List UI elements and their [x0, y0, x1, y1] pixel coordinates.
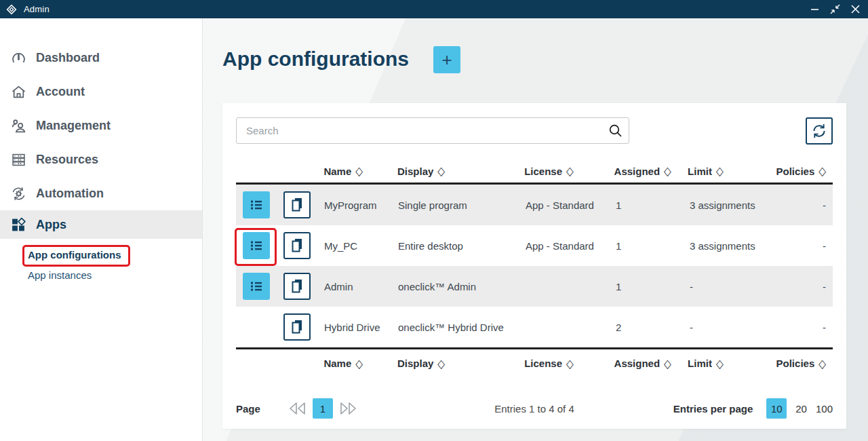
- table-header: Name◇ Display◇ License◇ Assigned◇ Limit◇…: [236, 159, 833, 185]
- page-size-option-20[interactable]: 20: [795, 403, 807, 415]
- sort-icon: ◇: [355, 357, 363, 370]
- table-row: Admin oneclick™ Admin 1 - -: [236, 266, 833, 307]
- sidebar-item-dashboard[interactable]: Dashboard: [0, 41, 202, 75]
- copy-icon: [290, 197, 304, 213]
- sort-icon: ◇: [566, 164, 574, 178]
- sort-icon: ◇: [437, 164, 445, 178]
- copy-icon: [290, 237, 304, 254]
- copy-icon: [290, 319, 304, 335]
- sidebar-item-label: Management: [36, 119, 111, 133]
- column-header-assigned[interactable]: Assigned◇: [614, 166, 688, 177]
- list-icon: [249, 279, 264, 294]
- row-detail-list-button[interactable]: [243, 191, 270, 218]
- column-header-limit[interactable]: Limit◇: [688, 358, 776, 369]
- app-configurations-card: Name◇ Display◇ License◇ Assigned◇ Limit◇…: [222, 103, 846, 429]
- home-icon: [9, 84, 27, 100]
- main-content: App configurations + N: [203, 18, 868, 441]
- column-header-name[interactable]: Name◇: [323, 166, 397, 177]
- window-title: Admin: [24, 4, 50, 14]
- pagination-bar: Page 1 Entries 1 to 4 of 4 Entries per p…: [236, 395, 833, 422]
- table-footer-header: Name◇ Display◇ License◇ Assigned◇ Limit◇…: [236, 347, 833, 377]
- sidebar-item-label: Automation: [36, 187, 104, 201]
- sort-icon: ◇: [566, 357, 574, 370]
- table-row: My_PC Entire desktop App - Standard 1 3 …: [236, 225, 833, 266]
- table-row: Hybrid Drive oneclick™ Hybrid Drive 2 - …: [236, 307, 833, 347]
- sidebar-item-automation[interactable]: Automation: [0, 176, 202, 210]
- server-icon: [9, 152, 27, 168]
- gauge-icon: [9, 50, 27, 66]
- copy-icon: [290, 278, 304, 294]
- add-app-configuration-button[interactable]: +: [433, 46, 460, 73]
- sidebar-item-resources[interactable]: Resources: [0, 142, 202, 176]
- sidebar-item-label: Resources: [36, 153, 98, 167]
- row-detail-list-button[interactable]: [243, 232, 270, 259]
- sort-icon: ◇: [818, 357, 826, 370]
- entries-per-page-group: Entries per page 10 20 100: [673, 398, 833, 419]
- restore-icon[interactable]: [827, 2, 842, 17]
- sort-icon: ◇: [716, 357, 724, 370]
- app-logo-icon: [6, 4, 17, 15]
- sort-icon: ◇: [818, 164, 826, 178]
- window-controls: [807, 2, 863, 17]
- column-header-policies[interactable]: Policies◇: [776, 166, 826, 177]
- page-size-option-10[interactable]: 10: [766, 398, 787, 419]
- row-copy-button[interactable]: [283, 191, 311, 218]
- sort-icon: ◇: [664, 164, 671, 178]
- page-next-button[interactable]: [338, 401, 357, 416]
- page-title: App configurations: [222, 47, 409, 71]
- sidebar-item-management[interactable]: Management: [0, 109, 202, 142]
- entries-summary: Entries 1 to 4 of 4: [494, 403, 574, 415]
- refresh-button[interactable]: [806, 117, 833, 145]
- minimize-icon[interactable]: [807, 2, 822, 17]
- column-header-limit[interactable]: Limit◇: [688, 166, 776, 177]
- column-header-display[interactable]: Display◇: [397, 358, 524, 369]
- row-detail-list-button[interactable]: [243, 273, 270, 300]
- users-icon: [9, 118, 27, 134]
- page-size-option-100[interactable]: 100: [816, 403, 833, 415]
- sidebar-item-label: Dashboard: [36, 51, 100, 65]
- sidebar-subitem-app-instances[interactable]: App instances: [28, 269, 92, 281]
- current-page-button[interactable]: 1: [313, 398, 333, 419]
- double-chevron-right-icon: [338, 401, 357, 416]
- sort-icon: ◇: [437, 357, 445, 370]
- table-body: MyProgram Single program App - Standard …: [236, 185, 833, 347]
- column-header-name[interactable]: Name◇: [323, 358, 397, 369]
- column-header-license[interactable]: License◇: [524, 358, 614, 369]
- list-icon: [249, 197, 264, 212]
- entries-per-page-label: Entries per page: [673, 403, 753, 415]
- sidebar-item-label: Apps: [36, 218, 66, 232]
- page-prev-button[interactable]: [288, 401, 307, 416]
- page-label: Page: [236, 403, 260, 415]
- column-header-license[interactable]: License◇: [524, 166, 614, 177]
- double-chevron-left-icon: [288, 401, 307, 416]
- sort-icon: ◇: [664, 357, 671, 370]
- close-icon[interactable]: [848, 2, 863, 17]
- window-titlebar: Admin: [0, 0, 868, 18]
- sidebar-item-account[interactable]: Account: [0, 75, 202, 109]
- row-copy-button[interactable]: [283, 232, 311, 259]
- sidebar-item-label: Account: [36, 85, 85, 99]
- sort-icon: ◇: [355, 164, 363, 178]
- sort-icon: ◇: [716, 164, 724, 178]
- search-field-wrap: [236, 117, 629, 144]
- automation-gear-icon: [9, 186, 27, 202]
- row-copy-button[interactable]: [283, 313, 311, 341]
- table-row: MyProgram Single program App - Standard …: [236, 185, 833, 225]
- column-header-policies[interactable]: Policies◇: [776, 358, 826, 369]
- list-icon: [249, 238, 264, 253]
- search-input[interactable]: [236, 117, 629, 144]
- column-header-assigned[interactable]: Assigned◇: [614, 358, 688, 369]
- apps-icon: [9, 217, 27, 233]
- refresh-icon: [811, 123, 827, 139]
- row-copy-button[interactable]: [283, 273, 311, 300]
- sidebar-subitem-app-configurations[interactable]: App configurations: [28, 249, 121, 261]
- column-header-display[interactable]: Display◇: [397, 166, 524, 177]
- sidebar: Dashboard Account Managemen: [0, 18, 203, 441]
- sidebar-item-apps[interactable]: Apps: [0, 210, 202, 239]
